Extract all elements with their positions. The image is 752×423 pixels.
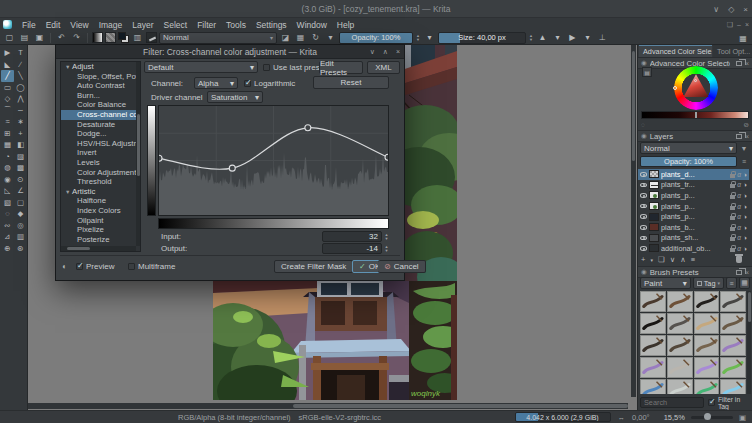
layer-lock-icon[interactable] — [730, 174, 735, 178]
brush-preset-thumbnail[interactable] — [720, 291, 746, 312]
layer-row[interactable]: plants_d...α◑ — [638, 169, 749, 180]
use-last-preset-checkbox[interactable]: Use last preset — [263, 63, 326, 72]
menu-file[interactable]: File — [17, 20, 41, 30]
color-sampler-tool[interactable]: ◔ — [1, 151, 14, 163]
menu-edit[interactable]: Edit — [41, 20, 66, 30]
blend-mode-select[interactable]: Normal▾ — [159, 32, 277, 44]
layer-name[interactable]: plants_d... — [661, 170, 728, 179]
brush-preset-thumbnail[interactable] — [720, 379, 746, 394]
polygonal-select-tool[interactable]: ◆ — [14, 208, 27, 220]
menu-layer[interactable]: Layer — [127, 20, 158, 30]
view-list-icon[interactable]: ≡ — [726, 277, 737, 289]
layer-lock-icon[interactable] — [730, 184, 735, 188]
brush-tag-select[interactable]: Paint▾ — [640, 277, 691, 289]
multibrush-tool[interactable]: ∗ — [14, 116, 27, 128]
save-button-icon[interactable]: ▣ — [33, 32, 46, 44]
dialog-title-bar[interactable]: Filter: Cross-channel color adjustment —… — [56, 45, 404, 59]
filter-tree-item[interactable]: Halftone — [61, 196, 140, 206]
layer-visibility-icon[interactable] — [640, 183, 647, 188]
alpha-inherit-icon[interactable]: α — [737, 171, 741, 178]
layer-visibility-icon[interactable] — [640, 225, 647, 230]
new-document-button-icon[interactable]: ▢ — [3, 32, 16, 44]
rectangle-tool[interactable]: ▭ — [1, 82, 14, 94]
layer-properties-button[interactable]: ≡ — [691, 255, 695, 264]
rectangular-select-tool[interactable]: ▢ — [14, 197, 27, 209]
edit-shapes-tool[interactable]: ◣ — [1, 59, 14, 71]
layer-lock-icon[interactable] — [730, 248, 735, 252]
alpha-lock-icon[interactable]: ◑ — [743, 181, 747, 188]
layer-row[interactable]: plants_p...α◑ — [638, 190, 749, 201]
layer-visibility-icon[interactable] — [640, 172, 647, 177]
curve-control-point[interactable] — [159, 155, 162, 161]
size-slider[interactable]: Size: 40,00 px — [438, 32, 526, 44]
tree-expander-icon[interactable]: ▼ — [65, 188, 72, 197]
color-history-icon[interactable]: ◌ — [641, 121, 645, 129]
alpha-inherit-icon[interactable]: α — [737, 224, 741, 231]
ellipse-tool[interactable]: ◯ — [14, 82, 27, 94]
layer-row[interactable]: plants_p...α◑ — [638, 211, 749, 222]
layer-lock-icon[interactable] — [730, 216, 735, 220]
fg-bg-colors[interactable] — [118, 32, 129, 43]
close-window-icon[interactable]: × — [743, 5, 748, 14]
brush-preset-thumbnail[interactable] — [640, 379, 666, 394]
tree-vertical-scrollbar[interactable] — [136, 62, 140, 246]
preserve-alpha-toggle-icon[interactable]: ▦ — [294, 32, 307, 44]
channel-select[interactable]: Alpha▾ — [194, 77, 238, 89]
layers-header[interactable]: ◉ Layers × — [638, 130, 752, 142]
pattern-editing-tool[interactable]: ▨ — [14, 151, 27, 163]
dialog-maximize-icon[interactable]: ∧ — [383, 48, 388, 56]
tree-horizontal-scrollbar[interactable] — [61, 246, 136, 251]
brush-preset-thumbnail[interactable] — [640, 291, 666, 312]
alpha-inherit-icon[interactable]: α — [737, 192, 741, 199]
alpha-lock-icon[interactable]: ◑ — [743, 192, 747, 199]
zoom-slider-thumb[interactable] — [704, 413, 711, 420]
brush-preset-thumbnail[interactable] — [667, 357, 693, 378]
input-value-field[interactable]: 32 — [322, 231, 382, 242]
layer-row[interactable]: plants_tr...α◑ — [638, 180, 749, 191]
trim-button-icon[interactable]: ⊥ — [596, 32, 609, 44]
layer-name[interactable]: plants_p... — [661, 191, 728, 200]
menu-view[interactable]: View — [65, 20, 93, 30]
color-selector-settings-icon[interactable]: ▤ — [642, 67, 652, 77]
zoom-fit-icon[interactable]: ▣ — [739, 413, 746, 422]
line-tool[interactable]: ╲ — [14, 70, 27, 82]
gradient-tool[interactable]: ◧ — [14, 139, 27, 151]
layer-options-icon[interactable]: ≡ — [738, 156, 750, 167]
brush-grid-scrollbar[interactable] — [747, 291, 751, 394]
curve-control-point[interactable] — [229, 165, 235, 171]
logarithmic-checkbox[interactable]: Logarithmic — [244, 79, 295, 88]
xml-button[interactable]: XML — [367, 61, 400, 74]
similar-color-select-tool[interactable]: ◎ — [14, 220, 27, 232]
menu-settings[interactable]: Settings — [251, 20, 292, 30]
brush-preset-thumbnail[interactable] — [694, 291, 720, 312]
mirror-toggle-icon[interactable]: ▲ — [536, 32, 549, 44]
text-tool[interactable]: T — [14, 47, 27, 59]
alpha-lock-icon[interactable]: ◑ — [743, 245, 747, 252]
alpha-inherit-icon[interactable]: α — [737, 203, 741, 210]
alpha-lock-icon[interactable]: ◑ — [743, 213, 747, 220]
shade-selector-bar[interactable] — [641, 111, 749, 119]
brush-preset-thumbnail[interactable] — [694, 313, 720, 334]
float-docker-icon[interactable] — [736, 134, 742, 139]
reference-images-tool[interactable]: ▧ — [1, 197, 14, 209]
workspace-chooser-icon[interactable]: ▦ — [737, 32, 749, 44]
brush-preset-thumbnail[interactable] — [720, 357, 746, 378]
tree-expander-icon[interactable]: ▼ — [65, 63, 72, 72]
filter-tree-item[interactable]: Levels — [61, 158, 140, 168]
move-layer-up-button[interactable]: ∧ — [680, 255, 686, 264]
duplicate-layer-button[interactable]: ❏ — [658, 255, 665, 264]
move-tool[interactable]: + — [14, 128, 27, 140]
no-color-icon[interactable]: ⊘ — [744, 121, 749, 129]
polyline-tool[interactable]: ⋀ — [14, 93, 27, 105]
output-spinner[interactable]: ▲▼ — [383, 243, 390, 254]
menu-filter[interactable]: Filter — [192, 20, 221, 30]
layer-name[interactable]: plants_p... — [661, 202, 728, 211]
delete-layer-button[interactable] — [736, 256, 742, 263]
more-arrow-icon[interactable]: ▾ — [581, 32, 594, 44]
layer-row[interactable]: plants_sh...α◑ — [638, 233, 749, 244]
filter-tree-item[interactable]: Index Colors — [61, 206, 140, 216]
more-arrow-icon[interactable]: ▾ — [423, 32, 436, 44]
filter-tree-item[interactable]: Dodge... — [61, 129, 140, 139]
brush-preset-thumbnail[interactable] — [667, 313, 693, 334]
wrap-around-toggle-icon[interactable]: ▶ — [566, 32, 579, 44]
